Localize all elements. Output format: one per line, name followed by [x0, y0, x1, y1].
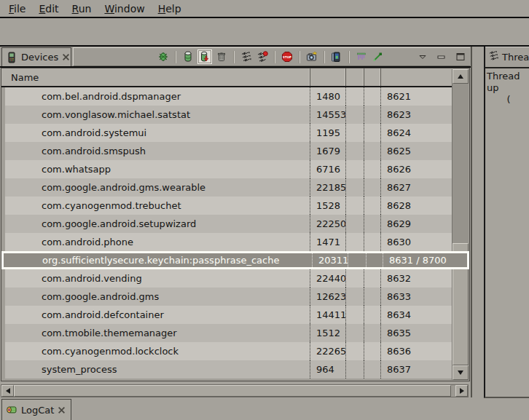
table-row[interactable]: com.android.defcontainer 14411 8634 [5, 306, 453, 324]
table-row[interactable]: com.cyanogenmod.lockclock 22265 8636 [5, 342, 453, 360]
menu-bar: File Edit Run Window Help [0, 0, 529, 18]
screen-capture-icon[interactable] [305, 50, 318, 63]
stop-process-icon[interactable]: STOP [281, 50, 294, 63]
method-profiling-icon[interactable] [256, 50, 269, 63]
menu-item[interactable]: Window [98, 2, 151, 15]
horizontal-scroll-thumb[interactable] [14, 385, 451, 397]
view-window-buttons [415, 50, 470, 63]
logcat-tab-label: LogCat [21, 405, 54, 416]
empty-cell [346, 306, 364, 324]
process-port: 8633 [381, 288, 453, 306]
tab-devices[interactable]: Devices [1, 47, 71, 66]
process-port: 8624 [381, 124, 453, 142]
process-pid: 1471 [310, 233, 346, 251]
dump-hprof-icon[interactable] [197, 49, 212, 64]
process-name: com.google.android.setupwizard [5, 215, 310, 233]
scroll-down-button[interactable] [452, 365, 469, 380]
empty-cell [364, 178, 381, 197]
svg-text:STOP: STOP [283, 55, 291, 59]
devices-view-header: Devices [0, 47, 471, 68]
menu-item[interactable]: Help [152, 2, 188, 15]
column-header-empty[interactable] [364, 68, 381, 86]
device-panel-icon[interactable] [330, 50, 343, 63]
empty-cell [364, 215, 381, 233]
empty-toolbar-strip [0, 18, 529, 47]
process-pid: 14553 [310, 106, 346, 124]
table-row[interactable]: com.android.phone 1471 8630 [5, 233, 453, 251]
table-row[interactable]: com.cyanogenmod.trebuchet 1528 8628 [5, 197, 453, 215]
table-row[interactable]: com.tmobile.thememanager 1512 8635 [5, 324, 453, 342]
empty-cell [346, 342, 364, 360]
garbage-collect-icon[interactable] [215, 50, 228, 63]
table-row[interactable]: com.android.smspush 1679 8625 [5, 142, 453, 160]
devices-table: Name com.bel.android.dspmanager 1480 862… [1, 68, 470, 381]
sysinfo-icon[interactable] [371, 50, 384, 63]
table-row[interactable]: com.google.android.gms.wearable 22185 86… [5, 178, 453, 197]
process-port: 8628 [381, 197, 453, 215]
ui-hierarchy-icon[interactable] [355, 50, 368, 63]
threads-message: Thread up ( [485, 68, 529, 106]
process-pid: 1679 [310, 142, 346, 160]
devices-view: Devices [0, 47, 472, 397]
table-row[interactable]: com.android.vending 22440 8632 [5, 269, 453, 288]
log-icon [6, 404, 17, 416]
horizontal-scrollbar[interactable] [1, 384, 469, 397]
devices-toolbar: STOP [73, 47, 470, 66]
column-header-port[interactable] [381, 68, 453, 86]
table-row[interactable]: org.sufficientlysecure.keychain:passphra… [1, 251, 469, 269]
toolbar-separator [324, 51, 325, 63]
table-row[interactable]: com.vonglasow.michael.satstat 14553 8623 [5, 106, 453, 124]
process-pid: 22265 [310, 342, 346, 360]
empty-cell [346, 233, 364, 251]
close-icon[interactable] [58, 406, 66, 414]
process-name: com.android.phone [5, 233, 310, 251]
vertical-scrollbar[interactable] [452, 69, 469, 380]
empty-cell [364, 324, 381, 342]
process-port: 8629 [381, 215, 453, 233]
column-header-pid[interactable] [310, 68, 346, 86]
process-port: 8630 [381, 233, 453, 251]
close-icon[interactable] [62, 53, 70, 61]
process-port: 8627 [381, 178, 453, 197]
toolbar-separator [348, 51, 350, 63]
maximize-icon[interactable] [454, 50, 467, 63]
table-row[interactable]: com.whatsapp 6716 8626 [5, 160, 453, 178]
tab-threads[interactable]: Threa [485, 47, 529, 68]
update-threads-icon[interactable] [240, 50, 253, 63]
menu-item[interactable]: File [2, 2, 32, 15]
empty-cell [346, 269, 364, 288]
process-name: com.bel.android.dspmanager [5, 87, 310, 106]
tab-logcat[interactable]: LogCat [1, 399, 71, 420]
empty-cell [364, 269, 381, 288]
empty-cell [346, 106, 364, 124]
empty-cell [364, 342, 381, 360]
devices-tab-label: Devices [21, 52, 58, 63]
table-row[interactable]: com.android.systemui 1195 8624 [5, 124, 453, 142]
process-pid: 1195 [310, 124, 346, 142]
debug-process-icon[interactable] [157, 50, 170, 63]
table-row[interactable]: system_process 964 8637 [5, 360, 453, 379]
column-header-name[interactable]: Name [1, 68, 310, 86]
menu-item[interactable]: Run [66, 2, 98, 15]
process-port: 8634 [381, 306, 453, 324]
column-header-empty[interactable] [346, 68, 364, 86]
minimize-icon[interactable] [435, 50, 448, 63]
scroll-left-button[interactable] [1, 385, 14, 397]
menu-item[interactable]: Edit [32, 2, 65, 15]
process-name: com.android.vending [5, 269, 310, 288]
table-row[interactable]: com.bel.android.dspmanager 1480 8621 [5, 87, 453, 106]
vertical-scroll-track[interactable] [452, 84, 469, 365]
process-port: 8625 [381, 142, 453, 160]
update-heap-icon[interactable] [181, 50, 195, 63]
process-pid: 6716 [310, 160, 346, 178]
scroll-up-button[interactable] [452, 69, 469, 84]
process-name: com.vonglasow.michael.satstat [5, 106, 310, 124]
process-pid: 14411 [310, 306, 346, 324]
scroll-right-button[interactable] [455, 385, 468, 397]
process-pid: 22440 [310, 269, 346, 288]
table-row[interactable]: com.google.android.setupwizard 22250 862… [5, 215, 453, 233]
view-menu-icon[interactable] [416, 50, 429, 63]
bottom-tab-strip: LogCat [0, 398, 529, 420]
table-row[interactable]: com.google.android.gms 12623 8633 [5, 288, 453, 306]
empty-cell [346, 178, 364, 197]
